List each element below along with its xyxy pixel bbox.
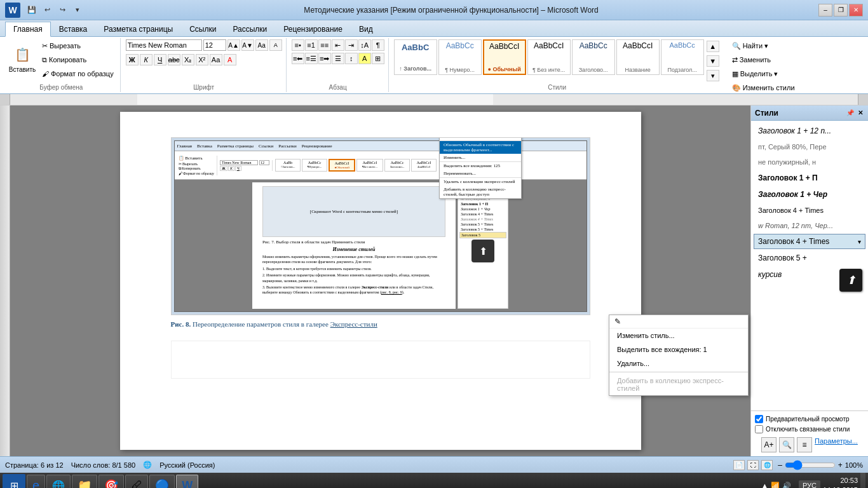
taskbar-app1[interactable]: 🎯 bbox=[98, 475, 124, 488]
style-list-item-10[interactable]: курсив ⬆ bbox=[754, 267, 865, 282]
strikethrough-button[interactable]: abc bbox=[168, 54, 180, 65]
increase-indent-button[interactable]: ⇥ bbox=[345, 39, 358, 51]
underline-button[interactable]: Ч bbox=[154, 54, 166, 65]
numbering-button[interactable]: ≡1 bbox=[305, 39, 318, 51]
context-menu-item-select-all[interactable]: Выделить все вхождения: 1 bbox=[609, 342, 748, 356]
view-web-button[interactable]: 🌐 bbox=[761, 460, 773, 470]
line-spacing-button[interactable]: ↕ bbox=[345, 53, 358, 64]
style-list-item-3[interactable]: не полужирный, н bbox=[754, 155, 865, 169]
show-marks-button[interactable]: ¶ bbox=[372, 39, 384, 51]
taskbar-word-active[interactable]: W bbox=[176, 475, 198, 488]
style-list-item-7[interactable]: w Roman, 12 пт, Чер... bbox=[754, 219, 865, 233]
start-button[interactable]: ⊞ bbox=[3, 474, 25, 488]
format-painter-button[interactable]: 🖌 Формат по образцу bbox=[39, 67, 116, 80]
qat-dropdown-button[interactable]: ▾ bbox=[71, 4, 84, 16]
taskbar-ie[interactable]: e bbox=[27, 475, 45, 488]
manage-styles-button[interactable]: ≡ bbox=[797, 437, 812, 452]
minimize-button[interactable]: – bbox=[818, 4, 832, 17]
bold-button[interactable]: Ж bbox=[126, 54, 139, 65]
systray-arrow-icon[interactable]: ▲ bbox=[761, 482, 768, 489]
cut-button[interactable]: ✂ Вырезать bbox=[39, 39, 116, 52]
save-qat-button[interactable]: 💾 bbox=[25, 4, 38, 16]
tab-insert[interactable]: Вставка bbox=[51, 22, 96, 36]
style-heading3-button[interactable]: AaBbCc Заголово... bbox=[572, 39, 615, 75]
styles-more-button[interactable]: ▾ bbox=[707, 70, 719, 81]
tab-review[interactable]: Рецензирование bbox=[275, 22, 351, 36]
align-center-button[interactable]: ≡☰ bbox=[305, 53, 318, 64]
font-name-input[interactable] bbox=[126, 39, 202, 51]
style-heading1-button[interactable]: AaBbC ↑ Заголов... bbox=[394, 39, 437, 75]
style-no-spacing-button[interactable]: AaBbCcI ¶ Без инте... bbox=[527, 39, 571, 75]
linked-styles-checkbox-label[interactable]: Отключить связанные стили bbox=[755, 425, 864, 433]
style-subtitle-button[interactable]: AaBbCc Подзагол... bbox=[661, 39, 704, 75]
styles-scroll-down-button[interactable]: ▼ bbox=[707, 55, 719, 67]
decrease-indent-button[interactable]: ⇤ bbox=[332, 39, 344, 51]
font-size-up-button[interactable]: A▲ bbox=[227, 39, 240, 51]
tab-page-layout[interactable]: Разметка страницы bbox=[95, 22, 181, 36]
view-fullscreen-button[interactable]: ⛶ bbox=[747, 460, 759, 470]
taskbar-chrome[interactable]: 🌐 bbox=[46, 475, 71, 488]
shading-button[interactable]: A bbox=[358, 53, 371, 64]
sort-button[interactable]: ↕A bbox=[358, 39, 371, 51]
undo-qat-button[interactable]: ↩ bbox=[41, 4, 53, 16]
subscript-button[interactable]: X₂ bbox=[182, 54, 194, 65]
view-print-button[interactable]: 📄 bbox=[733, 460, 745, 470]
italic-button[interactable]: К bbox=[140, 54, 153, 65]
zoom-slider[interactable] bbox=[785, 461, 836, 469]
style-list-item-5[interactable]: Заголовок 1 + Чер bbox=[754, 187, 865, 202]
preview-checkbox[interactable] bbox=[755, 415, 763, 423]
styles-panel-close-button[interactable]: ✕ bbox=[857, 109, 864, 116]
tab-references[interactable]: Ссылки bbox=[181, 22, 224, 36]
style-title-button[interactable]: AaBbCcI Название bbox=[616, 39, 660, 75]
close-button[interactable]: ✕ bbox=[849, 4, 863, 17]
style-item-8-dropdown-icon[interactable]: ▾ bbox=[858, 238, 861, 245]
style-list-item-4[interactable]: Заголовок 1 + П bbox=[754, 170, 865, 186]
taskbar-clock[interactable]: 20:53 14.10.2015 bbox=[823, 476, 858, 488]
justify-button[interactable]: ☰ bbox=[332, 53, 344, 64]
parameters-link[interactable]: Параметры... bbox=[815, 437, 858, 452]
align-left-button[interactable]: ≡⬅ bbox=[292, 53, 304, 64]
restore-button[interactable]: ❐ bbox=[834, 4, 848, 17]
taskbar-chrome2[interactable]: 🔵 bbox=[149, 475, 175, 488]
styles-panel-pin-button[interactable]: 📌 bbox=[845, 109, 855, 116]
tab-mailings[interactable]: Рассылки bbox=[224, 22, 275, 36]
styles-scroll-up-button[interactable]: ▲ bbox=[707, 41, 719, 52]
styles-list[interactable]: Заголовок 1 + 12 п... пт, Серый 80%, Пер… bbox=[751, 121, 868, 410]
style-heading2-button[interactable]: AaBbCc ¶ Нумеро... bbox=[438, 39, 482, 75]
context-menu-item-delete[interactable]: Удалить... bbox=[609, 356, 748, 370]
replace-button[interactable]: ⇄ Заменить bbox=[729, 53, 797, 66]
superscript-button[interactable]: X² bbox=[196, 54, 208, 65]
style-list-item-8[interactable]: Заголовок 4 + Times ▾ bbox=[754, 234, 865, 249]
document-area[interactable]: Главная Вставка Разметка страницы Ссылки… bbox=[10, 105, 750, 456]
style-list-item-1[interactable]: Заголовок 1 + 12 п... bbox=[754, 123, 865, 139]
zoom-out-button[interactable]: – bbox=[778, 461, 782, 470]
new-style-button[interactable]: A+ bbox=[761, 437, 776, 452]
clear-format-button[interactable]: Aa bbox=[255, 39, 268, 51]
change-styles-button[interactable]: 🎨 Изменить стили bbox=[729, 81, 797, 94]
tab-view[interactable]: Вид bbox=[351, 22, 381, 36]
text-highlight-button[interactable]: Аа bbox=[210, 54, 222, 65]
redo-qat-button[interactable]: ↪ bbox=[56, 4, 69, 16]
font-size-down-button[interactable]: A▼ bbox=[241, 39, 254, 51]
select-button[interactable]: ▦ Выделить ▾ bbox=[729, 67, 797, 80]
taskbar-explorer[interactable]: 📁 bbox=[72, 475, 97, 488]
context-menu-item-change-style[interactable]: Изменить стиль... bbox=[609, 329, 748, 342]
font-size-input[interactable] bbox=[203, 39, 226, 51]
paste-button[interactable]: 📋 Вставить bbox=[6, 39, 38, 78]
find-button[interactable]: 🔍 Найти ▾ bbox=[729, 39, 797, 52]
tab-home[interactable]: Главная bbox=[5, 22, 51, 37]
style-list-item-2[interactable]: пт, Серый 80%, Пере bbox=[754, 140, 865, 154]
inspect-style-button[interactable]: 🔍 bbox=[779, 437, 794, 452]
text-effects-button[interactable]: A bbox=[269, 39, 282, 51]
language-indicator[interactable]: РУС bbox=[799, 480, 820, 488]
font-color-button[interactable]: А bbox=[224, 54, 236, 65]
taskbar-paint[interactable]: 🖊 bbox=[125, 475, 148, 488]
bullets-button[interactable]: ≡• bbox=[292, 39, 304, 51]
copy-button[interactable]: ⧉ Копировать bbox=[39, 53, 116, 66]
zoom-in-button[interactable]: + bbox=[838, 461, 843, 470]
show-desktop-button[interactable] bbox=[860, 473, 865, 488]
preview-checkbox-label[interactable]: Предварительный просмотр bbox=[755, 415, 864, 423]
borders-button[interactable]: ⊞ bbox=[372, 53, 384, 64]
multilevel-button[interactable]: ≡≡ bbox=[318, 39, 331, 51]
style-list-item-9[interactable]: Заголовок 5 + bbox=[754, 250, 865, 266]
